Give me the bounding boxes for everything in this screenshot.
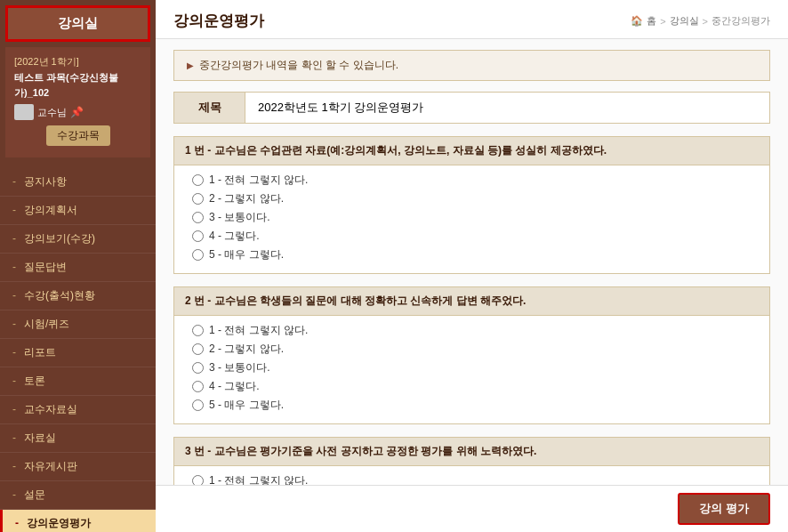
dash-icon: - xyxy=(12,460,16,472)
radio-1-4[interactable] xyxy=(192,399,204,411)
question-section-1: 2 번 - 교수님은 학생들의 질문에 대해 정확하고 신속하게 답변 해주었다… xyxy=(173,286,770,424)
dash-icon: - xyxy=(12,346,16,359)
option-label-1-4: 5 - 매우 그렇다. xyxy=(209,398,284,413)
title-label: 제목 xyxy=(174,93,245,124)
pin-icon: 📌 xyxy=(70,104,84,121)
questions-container: 1 번 - 교수님은 수업관련 자료(예:강의계획서, 강의노트, 자료실 등)… xyxy=(173,136,770,485)
option-label-1-1: 2 - 그렇지 않다. xyxy=(209,342,284,357)
option-label-0-1: 2 - 그렇지 않다. xyxy=(209,191,284,206)
breadcrumb-sep2: > xyxy=(703,16,708,27)
dash-icon: - xyxy=(15,517,19,529)
sidebar-item-0[interactable]: -공지사항 xyxy=(0,168,156,197)
option-label-1-2: 3 - 보통이다. xyxy=(209,360,270,375)
evaluate-button[interactable]: 강의 평가 xyxy=(678,493,770,525)
breadcrumb: 🏠 홈 > 강의실 > 중간강의평가 xyxy=(631,14,770,28)
radio-1-1[interactable] xyxy=(192,343,204,355)
sidebar-item-2[interactable]: -강의보기(수강) xyxy=(0,225,156,254)
sidebar-title: 강의실 xyxy=(17,15,139,32)
sidebar-item-label: 강의보기(수강) xyxy=(24,231,95,246)
sidebar-item-1[interactable]: -강의계획서 xyxy=(0,197,156,225)
option-label-1-3: 4 - 그렇다. xyxy=(209,379,260,394)
sidebar-course-info: [2022년 1학기] 테스트 과목(수강신청불가)_102 교수님 📌 수강과… xyxy=(5,47,150,157)
teacher-name: 교수님 xyxy=(37,105,67,121)
breadcrumb-level1[interactable]: 강의실 xyxy=(670,14,699,28)
sidebar-item-label: 공지사항 xyxy=(24,174,67,189)
sidebar-item-label: 리포트 xyxy=(24,345,56,360)
sidebar-header: 강의실 xyxy=(5,5,150,42)
option-label-2-0: 1 - 전혀 그렇지 않다. xyxy=(209,473,308,485)
dash-icon: - xyxy=(12,431,16,444)
sidebar-item-label: 강의운영평가 xyxy=(27,516,91,531)
sidebar-menu: -공지사항-강의계획서-강의보기(수강)-질문답변-수강(출석)현황-시험/퀴즈… xyxy=(0,168,156,532)
dash-icon: - xyxy=(12,175,16,188)
sidebar-item-label: 시험/퀴즈 xyxy=(24,317,69,332)
sidebar-item-label: 설문 xyxy=(24,488,45,503)
main-content: 강의운영평가 🏠 홈 > 강의실 > 중간강의평가 ▶ 중간강의평가 내역을 확… xyxy=(156,0,788,532)
radio-1-3[interactable] xyxy=(192,381,204,392)
bottom-bar: 강의 평가 xyxy=(156,485,788,532)
course-button[interactable]: 수강과목 xyxy=(46,125,110,146)
question-options-2: 1 - 전혀 그렇지 않다.2 - 그렇지 않다.3 - 보통이다.4 - 그렇… xyxy=(174,466,769,485)
option-label-0-4: 5 - 매우 그렇다. xyxy=(209,247,284,262)
option-label-0-3: 4 - 그렇다. xyxy=(209,229,260,244)
dash-icon: - xyxy=(12,289,16,302)
main-body: ▶ 중간강의평가 내역을 확인 할 수 있습니다. 제목 2022학년도 1학기… xyxy=(156,39,788,485)
radio-0-4[interactable] xyxy=(192,249,204,261)
breadcrumb-home[interactable]: 홈 xyxy=(647,14,656,28)
sidebar-item-label: 자유게시판 xyxy=(24,459,77,474)
question-section-2: 3 번 - 교수님은 평가기준을 사전 공지하고 공정한 평가를 위해 노력하였… xyxy=(173,437,770,485)
option-row-0-3: 4 - 그렇다. xyxy=(192,229,752,244)
breadcrumb-current: 중간강의평가 xyxy=(712,14,770,28)
option-row-1-3: 4 - 그렇다. xyxy=(192,379,752,394)
sidebar-item-label: 강의계획서 xyxy=(24,203,77,218)
dash-icon: - xyxy=(12,488,16,501)
sidebar: 강의실 [2022년 1학기] 테스트 과목(수강신청불가)_102 교수님 📌… xyxy=(0,0,156,532)
sidebar-item-8[interactable]: -교수자료실 xyxy=(0,396,156,424)
dash-icon: - xyxy=(12,403,16,415)
sidebar-item-7[interactable]: -토론 xyxy=(0,367,156,396)
teacher-row: 교수님 📌 xyxy=(14,104,141,121)
info-text: 중간강의평가 내역을 확인 할 수 있습니다. xyxy=(199,58,398,73)
sidebar-item-label: 토론 xyxy=(24,374,45,389)
radio-0-1[interactable] xyxy=(192,193,204,205)
question-header-2: 3 번 - 교수님은 평가기준을 사전 공지하고 공정한 평가를 위해 노력하였… xyxy=(174,438,769,466)
dash-icon: - xyxy=(12,261,16,273)
sidebar-item-5[interactable]: -시험/퀴즈 xyxy=(0,310,156,339)
dash-icon: - xyxy=(12,318,16,330)
option-row-0-4: 5 - 매우 그렇다. xyxy=(192,247,752,262)
radio-1-2[interactable] xyxy=(192,362,204,374)
option-row-0-2: 3 - 보통이다. xyxy=(192,210,752,225)
course-year: [2022년 1학기] xyxy=(14,54,141,70)
sidebar-item-3[interactable]: -질문답변 xyxy=(0,254,156,282)
sidebar-item-label: 교수자료실 xyxy=(24,402,77,417)
page-title: 강의운영평가 xyxy=(173,11,264,31)
sidebar-item-9[interactable]: -자료실 xyxy=(0,424,156,453)
option-label-1-0: 1 - 전혀 그렇지 않다. xyxy=(209,323,308,338)
question-header-0: 1 번 - 교수님은 수업관련 자료(예:강의계획서, 강의노트, 자료실 등)… xyxy=(174,137,769,165)
radio-2-0[interactable] xyxy=(192,475,204,485)
option-row-1-4: 5 - 매우 그렇다. xyxy=(192,398,752,413)
question-options-1: 1 - 전혀 그렇지 않다.2 - 그렇지 않다.3 - 보통이다.4 - 그렇… xyxy=(174,316,769,423)
radio-1-0[interactable] xyxy=(192,325,204,336)
option-label-0-0: 1 - 전혀 그렇지 않다. xyxy=(209,173,308,188)
question-header-1: 2 번 - 교수님은 학생들의 질문에 대해 정확하고 신속하게 답변 해주었다… xyxy=(174,287,769,316)
radio-0-3[interactable] xyxy=(192,230,204,242)
title-table: 제목 2022학년도 1학기 강의운영평가 xyxy=(173,92,770,124)
radio-0-2[interactable] xyxy=(192,212,204,223)
sidebar-item-10[interactable]: -자유게시판 xyxy=(0,453,156,481)
question-section-0: 1 번 - 교수님은 수업관련 자료(예:강의계획서, 강의노트, 자료실 등)… xyxy=(173,136,770,274)
option-row-2-0: 1 - 전혀 그렇지 않다. xyxy=(192,473,752,485)
course-name: 테스트 과목(수강신청불가)_102 xyxy=(14,70,141,101)
option-label-0-2: 3 - 보통이다. xyxy=(209,210,270,225)
sidebar-item-6[interactable]: -리포트 xyxy=(0,339,156,367)
sidebar-item-12[interactable]: -강의운영평가 xyxy=(0,510,156,532)
option-row-1-1: 2 - 그렇지 않다. xyxy=(192,342,752,357)
option-row-0-1: 2 - 그렇지 않다. xyxy=(192,191,752,206)
teacher-avatar xyxy=(14,104,34,120)
radio-0-0[interactable] xyxy=(192,174,204,186)
dash-icon: - xyxy=(12,232,16,245)
option-row-1-2: 3 - 보통이다. xyxy=(192,360,752,375)
sidebar-item-4[interactable]: -수강(출석)현황 xyxy=(0,282,156,310)
main-header: 강의운영평가 🏠 홈 > 강의실 > 중간강의평가 xyxy=(156,0,788,39)
sidebar-item-11[interactable]: -설문 xyxy=(0,481,156,510)
